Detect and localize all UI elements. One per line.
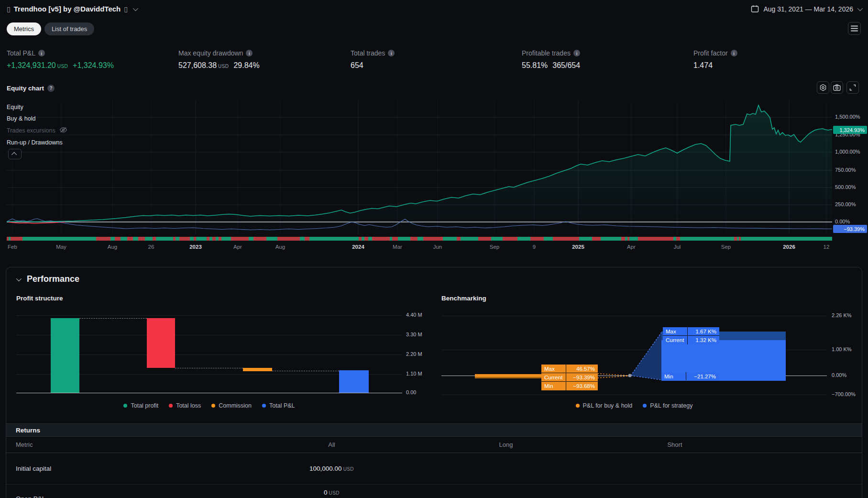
- help-icon[interactable]: ?: [47, 85, 55, 92]
- metric-label: Profitable tradesi: [522, 49, 580, 57]
- trade-marker-loss: [115, 237, 121, 241]
- eye-off-icon[interactable]: [59, 127, 67, 134]
- legend-item-label: Total profit: [131, 402, 158, 409]
- legend-item-total-p-l[interactable]: Total P&L: [262, 402, 295, 409]
- metric-value-secondary: +1,324.93%: [73, 61, 114, 70]
- col-header-metric: Metric: [6, 441, 230, 448]
- metric-label: Profit factori: [693, 49, 737, 57]
- date-range-text: Aug 31, 2021 — Mar 14, 2026: [763, 5, 853, 13]
- trade-marker-win: [133, 237, 139, 241]
- trade-marker-loss: [478, 237, 491, 241]
- bar-total-profit[interactable]: [51, 318, 79, 393]
- layout-menu-button[interactable]: [848, 22, 861, 35]
- legend-item-total-loss[interactable]: Total loss: [169, 402, 201, 409]
- trade-marker-win: [249, 237, 253, 241]
- tab-list-of-trades[interactable]: List of trades: [44, 22, 94, 35]
- trade-marker-win: [156, 237, 173, 241]
- trade-marker-loss: [530, 237, 543, 241]
- bar-commission[interactable]: [243, 368, 272, 371]
- trade-marker-loss: [277, 237, 300, 241]
- tooltip-value: −21.27%: [686, 372, 719, 380]
- y-axis-label: 250.00%: [835, 201, 856, 207]
- legend-color-dot: [211, 404, 215, 408]
- bar-total-loss[interactable]: [147, 318, 175, 368]
- legend-item-p-l-for-strategy[interactable]: P&L for strategy: [643, 402, 692, 409]
- profit-structure-legend: Total profitTotal lossCommissionTotal P&…: [16, 402, 402, 409]
- trade-marker-loss: [410, 237, 418, 241]
- legend-item-run-up-drawdowns[interactable]: Run-up / Drawdowns: [7, 139, 64, 146]
- trade-marker-win: [398, 237, 410, 241]
- chart-settings-button[interactable]: [817, 81, 829, 94]
- trade-marker-loss: [423, 237, 443, 241]
- benchmark-connectors: [441, 311, 862, 414]
- legend-item-equity[interactable]: Equity: [7, 103, 25, 111]
- x-axis-label: Mar: [393, 244, 402, 250]
- x-axis-label: 2024: [352, 244, 364, 250]
- metric-label: Max equity drawdowni: [178, 49, 260, 57]
- trade-marker-loss: [364, 237, 368, 241]
- equity-chart-title: Equity chart ?: [7, 85, 55, 92]
- date-range-control[interactable]: Aug 31, 2021 — Mar 14, 2026: [751, 5, 861, 13]
- strategy-title-row[interactable]: ▯ Trendhoo [v5] by @DaviddTech ▯: [7, 5, 137, 13]
- trade-marker-win: [110, 237, 115, 241]
- axis-label: 3.30 M: [406, 332, 422, 337]
- metric-total-p-l: Total P&Li+1,324,931.20USD+1,324.93%: [7, 49, 114, 70]
- trade-marker-win: [145, 237, 153, 241]
- chart-snapshot-button[interactable]: [831, 81, 843, 94]
- row-label: Open P&L: [6, 485, 230, 498]
- legend-item-total-profit[interactable]: Total profit: [123, 402, 158, 409]
- trade-marker-win: [629, 237, 638, 241]
- trade-marker-win: [544, 237, 553, 241]
- tooltip-row: Max1.67 K%: [663, 327, 719, 336]
- x-axis-label: 2026: [783, 244, 795, 250]
- bar-total-p-l[interactable]: [339, 370, 369, 393]
- x-axis-label: Sep: [721, 244, 731, 250]
- info-icon[interactable]: i: [731, 50, 737, 56]
- x-axis-label: May: [56, 244, 66, 250]
- axis-label: 0.00: [406, 389, 416, 395]
- trade-marker-win: [461, 237, 478, 241]
- tab-metrics[interactable]: Metrics: [7, 22, 41, 35]
- returns-section-title: Returns: [16, 427, 40, 434]
- info-icon[interactable]: i: [38, 50, 45, 56]
- page-title: Trendhoo [v5] by @DaviddTech: [14, 5, 121, 13]
- legend-collapse-button[interactable]: [8, 149, 22, 159]
- view-tabs: MetricsList of trades: [7, 22, 94, 35]
- equity-chart-title-text: Equity chart: [7, 85, 44, 92]
- tooltip-row: Min−21.27%: [661, 372, 719, 380]
- hamburger-icon: [851, 25, 858, 32]
- equity-chart-plot[interactable]: [7, 100, 832, 234]
- gridline: [16, 393, 402, 393]
- chart-fullscreen-button[interactable]: [846, 81, 859, 94]
- trade-marker-loss: [553, 237, 579, 241]
- metric-value: 55.81%: [522, 61, 548, 70]
- trade-marker-win: [190, 237, 194, 241]
- tooltip-value: 1.32 K%: [688, 336, 719, 344]
- tooltip-key: Current: [541, 373, 566, 381]
- metric-label-text: Profit factor: [693, 49, 728, 57]
- metric-unit: USD: [57, 64, 68, 69]
- calendar-icon: [751, 5, 759, 13]
- tooltip-key: Min: [661, 372, 686, 380]
- legend-item-p-l-for-buy-hold[interactable]: P&L for buy & hold: [576, 402, 633, 409]
- performance-section-header[interactable]: Performance: [16, 274, 79, 284]
- metric-values: +1,324,931.20USD+1,324.93%: [7, 61, 114, 70]
- legend-item-buy-hold[interactable]: Buy & hold: [7, 115, 37, 122]
- metric-value: 527,608.38USD: [178, 61, 229, 70]
- legend-item-commission[interactable]: Commission: [211, 402, 252, 409]
- trade-marker-loss: [305, 237, 309, 241]
- info-icon[interactable]: i: [246, 50, 253, 56]
- axis-label: 1.10 M: [406, 371, 422, 376]
- x-axis-label: Feb: [8, 244, 17, 250]
- legend-color-dot: [262, 404, 266, 408]
- trade-marker-win: [579, 237, 592, 241]
- info-icon[interactable]: i: [388, 50, 395, 56]
- trade-marker-loss: [253, 237, 266, 241]
- equity-chart-legend: EquityBuy & holdTrades excursionsRun-up …: [7, 103, 69, 146]
- title-emoji-placeholder: ▯: [7, 5, 11, 13]
- chevron-down-icon: [133, 5, 138, 11]
- info-icon[interactable]: i: [573, 50, 580, 56]
- trade-marker-win: [266, 237, 277, 241]
- value-tooltip: Max1.67 K%Current1.32 K%: [663, 327, 719, 344]
- legend-item-trades-excursions[interactable]: Trades excursions: [7, 126, 69, 135]
